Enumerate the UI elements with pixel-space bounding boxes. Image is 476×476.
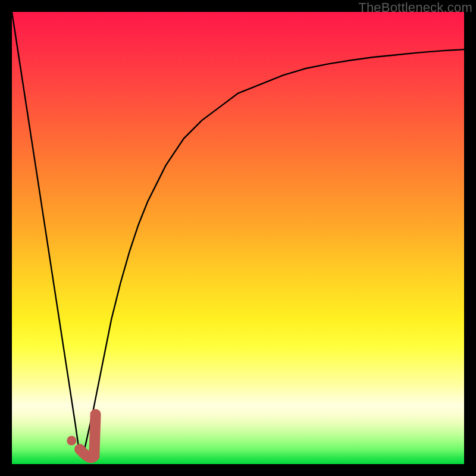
- plot-area: [12, 12, 464, 464]
- j-marker-dot: [67, 436, 76, 446]
- plot-svg: [12, 12, 464, 464]
- chart-frame: TheBottleneck.com: [0, 0, 476, 476]
- bottleneck-curve: [12, 12, 464, 455]
